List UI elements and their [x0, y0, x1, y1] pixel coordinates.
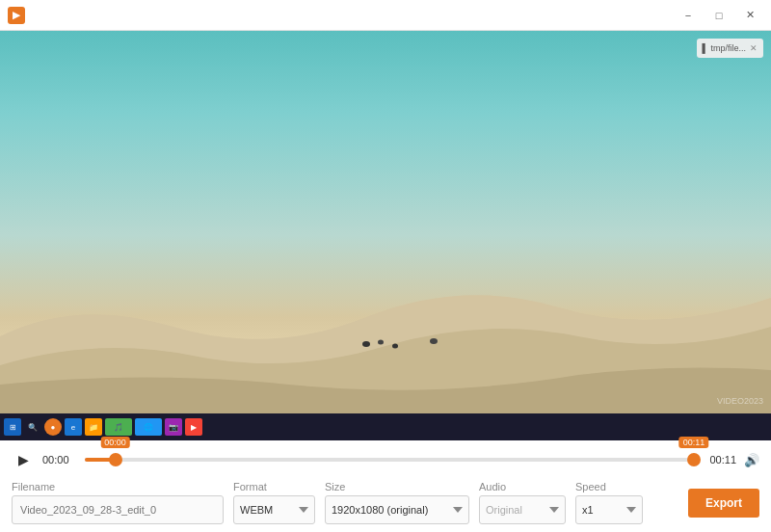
timeline-thumb-end[interactable]	[687, 453, 701, 466]
browser-bar: ▌ tmp/file... ✕	[697, 39, 763, 58]
export-row: Filename Format WEBM MP4 AVI MOV GIF Siz…	[0, 475, 771, 532]
time-label-end: 00:11	[679, 437, 709, 448]
filename-group: Filename	[12, 481, 224, 524]
export-button[interactable]: Export	[688, 489, 759, 518]
task-icon-7[interactable]: ▶	[185, 418, 202, 436]
minimize-button[interactable]: −	[675, 5, 702, 26]
audio-select[interactable]: Original No Audio	[479, 495, 566, 524]
svg-point-0	[362, 341, 370, 347]
watermark: VIDEO2023	[717, 396, 763, 406]
audio-group: Audio Original No Audio	[479, 481, 566, 524]
format-select[interactable]: WEBM MP4 AVI MOV GIF	[233, 495, 315, 524]
task-icon-6[interactable]: 📷	[165, 418, 182, 436]
speed-select[interactable]: x1 x0.5 x2	[575, 495, 643, 524]
volume-icon[interactable]: 🔊	[744, 453, 759, 467]
timeline-row: ▶ 00:00 00:00 00:11 00:11 🔊	[0, 440, 771, 475]
size-group: Size 1920x1080 (original) 1280x720 854x4…	[325, 481, 469, 524]
task-icon-5[interactable]: 🌐	[135, 418, 162, 436]
browser-url: ▌ tmp/file...	[703, 43, 746, 53]
speed-group: Speed x1 x0.5 x2	[575, 481, 643, 524]
title-bar: ▶ − □ ✕	[0, 0, 771, 31]
task-icon-3[interactable]: 📁	[85, 418, 102, 436]
format-group: Format WEBM MP4 AVI MOV GIF	[233, 481, 315, 524]
svg-point-3	[430, 338, 438, 344]
filename-input[interactable]	[12, 495, 224, 524]
controls-panel: ▶ 00:00 00:00 00:11 00:11 🔊 Filename For…	[0, 440, 771, 532]
task-icon-2[interactable]: e	[65, 418, 82, 436]
close-button[interactable]: ✕	[736, 5, 763, 26]
svg-point-1	[378, 340, 384, 345]
timeline-thumb-start[interactable]	[109, 453, 122, 466]
title-bar-left: ▶	[8, 7, 25, 24]
task-icon-1[interactable]: ●	[44, 418, 62, 436]
time-end: 00:11	[702, 454, 736, 466]
title-bar-controls: − □ ✕	[675, 5, 763, 26]
speed-label: Speed	[575, 481, 643, 492]
maximize-button[interactable]: □	[705, 5, 732, 26]
play-button[interactable]: ▶	[12, 448, 35, 471]
time-start: 00:00	[42, 454, 77, 466]
timeline-container[interactable]: 00:00 00:11	[85, 450, 694, 469]
filename-label: Filename	[12, 481, 224, 492]
desert-scene	[0, 221, 771, 413]
task-icon-4[interactable]: 🎵	[105, 418, 132, 436]
browser-close[interactable]: ✕	[750, 43, 758, 53]
video-area: ▌ tmp/file... ✕ ⊞ 🔍 ● e 📁 🎵 🌐 📷 ▶ VIDEO2…	[0, 31, 771, 440]
search-icon[interactable]: 🔍	[24, 418, 41, 436]
size-select[interactable]: 1920x1080 (original) 1280x720 854x480 64…	[325, 495, 469, 524]
time-label-start: 00:00	[100, 437, 130, 448]
svg-point-2	[392, 344, 398, 349]
app-icon: ▶	[8, 7, 25, 24]
timeline-track[interactable]: 00:00 00:11	[85, 458, 694, 462]
start-icon[interactable]: ⊞	[4, 418, 21, 436]
audio-label: Audio	[479, 481, 566, 492]
format-label: Format	[233, 481, 315, 492]
size-label: Size	[325, 481, 469, 492]
